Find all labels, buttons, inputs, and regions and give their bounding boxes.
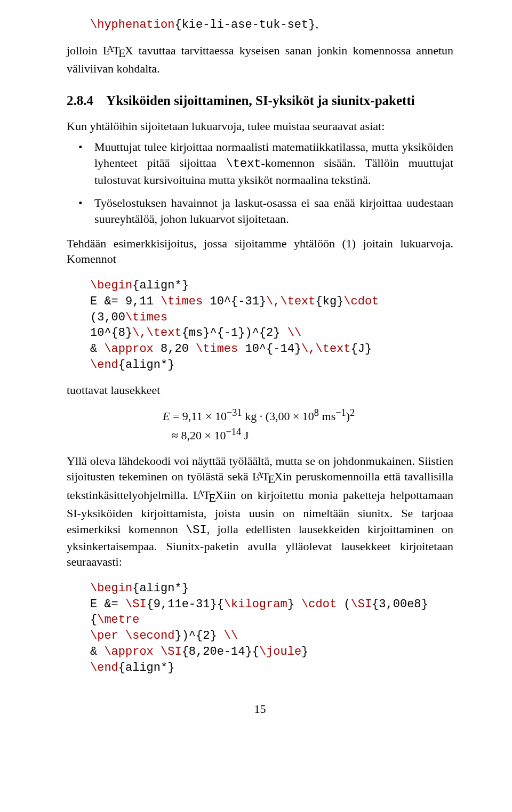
code-hyphenation: \hyphenation{kie-li-ase-tuk-set}, — [90, 16, 453, 33]
eq-exp3: −1 — [335, 407, 346, 418]
c2l4e: {8,20e-14}{ — [182, 645, 259, 658]
latex-logo-2: LATEX — [252, 470, 283, 483]
c1l5b: {align*} — [118, 358, 175, 372]
c1l2b: \times — [161, 295, 203, 308]
cmd-hyphenation: \hyphenation — [90, 18, 174, 31]
c1l4a: & — [90, 342, 104, 356]
code1-l5: \end{align*} — [90, 357, 453, 373]
c1l2c: 10^{-31} — [203, 295, 266, 308]
eq-exp1: −31 — [227, 407, 242, 418]
eq-row-2: ≈ 8,20 × 10−14 J — [67, 425, 453, 444]
p-tuottavat: tuottavat lausekkeet — [67, 382, 453, 398]
code2-l3: \per \second})^{2} \\ — [90, 628, 453, 644]
c1l3b: \,\text — [132, 326, 181, 340]
code1-l1: \begin{align*} — [90, 278, 453, 294]
c2l2j: \metre — [97, 613, 139, 626]
section-heading: 2.8.4 Yksiköiden sijoittaminen, SI-yksik… — [67, 92, 453, 110]
c2l2h: \SI — [351, 598, 372, 611]
bullet-1: Muuttujat tulee kirjoittaa normaalisti m… — [94, 139, 453, 188]
comma: , — [315, 17, 318, 30]
c1l5a: \end — [90, 358, 118, 372]
eq-ms: ms — [319, 409, 335, 423]
equation-block: E = 9,11 × 10−31 kg · (3,00 × 108 ms−1)2… — [67, 406, 453, 445]
p-before-code1: Tehdään esimerkkisijoitus, jossa sijoita… — [67, 236, 453, 267]
eq-E: E — [163, 409, 170, 423]
c2l1a: \begin — [90, 582, 132, 595]
eq-close: ) — [346, 409, 350, 423]
c1l4f: \,\text — [301, 342, 350, 356]
c2l1b: {align*} — [132, 582, 189, 595]
c1l4g: {J} — [351, 342, 372, 356]
code2-l1: \begin{align*} — [90, 581, 453, 597]
p-intro: jolloin LATEX tavuttaa tarvittaessa kyse… — [67, 43, 453, 77]
cmd-text: \text — [226, 157, 261, 171]
c1l4e: 10^{-14} — [238, 342, 301, 356]
c2l5a: \end — [90, 661, 118, 674]
c1l2g: (3,00 — [90, 311, 125, 324]
c2l4b: \approx — [104, 645, 153, 658]
code1-l4: & \approx 8,20 \times 10^{-14}\,\text{J} — [90, 341, 453, 357]
eq-r2b: J — [241, 429, 249, 443]
c2l4g: } — [301, 645, 308, 658]
c2l2c: {9,11e-31}{ — [147, 598, 224, 611]
c2l2f: \cdot — [301, 598, 337, 611]
c2l3c: \second — [125, 629, 174, 642]
c2l2g: ( — [337, 598, 350, 611]
c1l4d: \times — [196, 342, 238, 356]
latex-logo: LATEX — [103, 44, 133, 57]
c1l2f: \cdot — [343, 295, 379, 308]
c1l3c: {ms}^{-1})^{2} — [182, 326, 287, 340]
c2l3b — [118, 629, 125, 642]
c1l3a: 10^{8} — [90, 326, 132, 340]
c2l2b: \SI — [125, 598, 147, 611]
code2-l4: & \approx \SI{8,20e-14}{\joule} — [90, 644, 453, 660]
cmd-SI: \SI — [186, 524, 207, 537]
c2l2d: \kilogram — [224, 598, 287, 611]
c1l1a: \begin — [90, 279, 132, 292]
eq-row-1: E = 9,11 × 10−31 kg · (3,00 × 108 ms−1)2 — [67, 406, 453, 425]
code2-l5: \end{align*} — [90, 660, 453, 676]
c2l2a: E &= — [90, 598, 125, 611]
c2l3d: })^{2} — [174, 629, 223, 642]
c1l2d: \,\text — [266, 295, 315, 308]
c2l3a: \per — [90, 629, 118, 642]
code-block-2: \begin{align*} E &= \SI{9,11e-31}{\kilog… — [90, 581, 453, 676]
c2l2e: } — [287, 598, 301, 611]
eq-r1b: = 9,11 × 10 — [170, 409, 227, 423]
c2l4d: \SI — [161, 645, 182, 658]
arg-hyphenation: {kie-li-ase-tuk-set} — [174, 18, 315, 31]
latex-logo-3: LATEX — [193, 488, 223, 502]
c1l1b: {align*} — [132, 279, 189, 292]
p-big: Yllä oleva lähdekoodi voi näyttää työlää… — [67, 453, 453, 570]
text-intro-a: jolloin — [67, 44, 103, 57]
code2-l2: E &= \SI{9,11e-31}{\kilogram} \cdot (\SI… — [90, 597, 453, 628]
eq-exp4: 2 — [350, 407, 355, 418]
c2l4a: & — [90, 645, 104, 658]
eq-r2a: ≈ 8,20 × 10 — [172, 429, 226, 443]
c1l3d: \\ — [287, 326, 301, 340]
bullet-2: Työselostuksen havainnot ja laskut-osass… — [94, 195, 453, 227]
page: \hyphenation{kie-li-ase-tuk-set}, jolloi… — [0, 0, 512, 812]
c2l3e: \\ — [224, 629, 238, 642]
c1l4c: 8,20 — [154, 342, 196, 356]
eq-r2exp: −14 — [226, 427, 241, 437]
c2l4f: \joule — [259, 645, 301, 658]
c1l2e: {kg} — [316, 295, 344, 308]
eq-exp2: 8 — [314, 407, 319, 418]
code1-l2: E &= 9,11 \times 10^{-31}\,\text{kg}\cdo… — [90, 294, 453, 325]
c1l2a: E &= 9,11 — [90, 295, 161, 308]
bullet-list: Muuttujat tulee kirjoittaa normaalisti m… — [67, 139, 453, 227]
c1l2h: \times — [125, 311, 167, 324]
c2l5b: {align*} — [118, 661, 175, 674]
eq-r1c: kg · (3,00 × 10 — [242, 409, 314, 423]
c1l4b: \approx — [104, 342, 153, 356]
page-number: 15 — [67, 701, 453, 717]
c2l4c — [154, 645, 161, 658]
p-after-heading: Kun yhtälöihin sijoitetaan lukuarvoja, t… — [67, 118, 453, 134]
code-block-1: \begin{align*} E &= 9,11 \times 10^{-31}… — [90, 278, 453, 373]
code1-l3: 10^{8}\,\text{ms}^{-1})^{2} \\ — [90, 325, 453, 341]
